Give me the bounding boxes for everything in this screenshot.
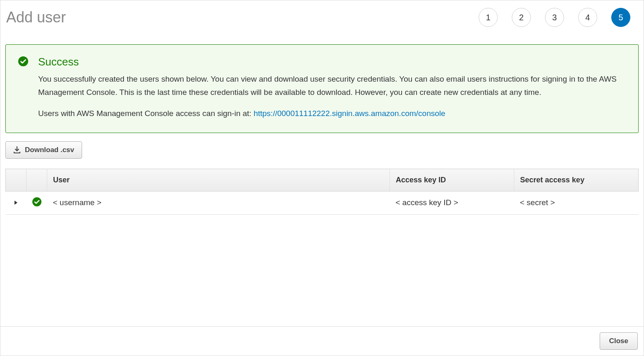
table-row: < username > < access key ID > < secret … (6, 191, 639, 214)
signin-url-link[interactable]: https://000011112222.signin.aws.amazon.c… (254, 109, 445, 118)
wizard-steps: 1 2 3 4 5 (479, 8, 639, 27)
download-csv-label: Download .csv (25, 146, 74, 154)
header: Add user 1 2 3 4 5 (0, 0, 644, 27)
alert-title: Success (38, 56, 626, 68)
expand-row-toggle[interactable] (6, 191, 27, 214)
col-header-secret-access-key[interactable]: Secret access key (514, 169, 639, 191)
cell-access-key-id: < access key ID > (390, 191, 514, 214)
download-csv-button[interactable]: Download .csv (5, 141, 82, 159)
col-header-access-key-id[interactable]: Access key ID (390, 169, 514, 191)
step-3[interactable]: 3 (545, 8, 564, 27)
close-button[interactable]: Close (600, 332, 638, 350)
row-status (27, 191, 47, 214)
download-icon (13, 146, 21, 154)
step-5[interactable]: 5 (611, 8, 630, 27)
page-container: Add user 1 2 3 4 5 Success You successfu… (0, 0, 644, 356)
col-header-user[interactable]: User (47, 169, 390, 191)
alert-signin-prefix: Users with AWS Management Console access… (38, 109, 254, 118)
page-title: Add user (6, 9, 66, 26)
alert-body: Success You successfully created the use… (38, 56, 626, 120)
success-alert: Success You successfully created the use… (5, 44, 639, 133)
svg-point-1 (32, 197, 41, 206)
col-header-expand (6, 169, 27, 191)
col-header-status (27, 169, 47, 191)
step-2[interactable]: 2 (512, 8, 531, 27)
caret-right-icon (14, 198, 18, 207)
success-check-icon (18, 56, 28, 120)
alert-message: You successfully created the users shown… (38, 73, 626, 99)
content-area: Success You successfully created the use… (0, 44, 644, 326)
step-4[interactable]: 4 (578, 8, 597, 27)
svg-point-0 (18, 56, 28, 66)
success-check-icon (32, 199, 41, 208)
cell-user: < username > (47, 191, 390, 214)
footer: Close (0, 326, 644, 356)
users-table: User Access key ID Secret access key (5, 169, 639, 215)
cell-secret-access-key: < secret > (514, 191, 639, 214)
step-1[interactable]: 1 (479, 8, 498, 27)
alert-signin-line: Users with AWS Management Console access… (38, 107, 626, 120)
